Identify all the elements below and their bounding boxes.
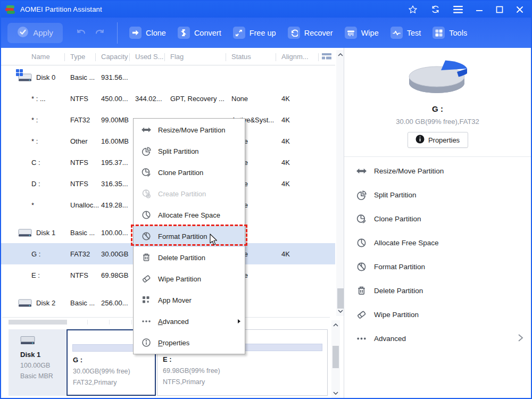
undo-icon[interactable] (76, 27, 87, 39)
row-capacity: 419.28... (101, 201, 135, 209)
column-header-used[interactable]: Used S... (135, 53, 170, 61)
disk-type: Basic MBR (20, 372, 66, 380)
row-capacity: 16.00MB (101, 137, 135, 145)
scroll-up-icon[interactable] (331, 321, 340, 329)
sidebar-item-format[interactable]: Format Partition (344, 255, 531, 279)
menu-item-split[interactable]: Split Partition (134, 140, 245, 162)
menu-item-wipe[interactable]: Wipe Partition (134, 268, 245, 289)
row-type: Basic ... (70, 229, 101, 237)
info-icon (415, 135, 425, 145)
menu-item-advanced[interactable]: Advanced (134, 311, 245, 332)
row-name: D : (31, 180, 40, 188)
refresh-icon[interactable] (430, 4, 440, 14)
table-row-disk0[interactable]: Disk 0 Basic ... 931.56... (1, 66, 335, 88)
favorite-star-icon[interactable] (408, 5, 418, 14)
convert-button[interactable]: Convert (178, 27, 221, 39)
row-type: Basic ... (70, 73, 101, 81)
sidebar-item-split[interactable]: Split Partition (344, 183, 531, 207)
test-button[interactable]: Test (390, 27, 421, 39)
row-name: * : (31, 137, 38, 145)
test-label: Test (407, 29, 421, 37)
row-capacity: 100.00... (101, 229, 135, 237)
close-icon[interactable] (516, 6, 523, 13)
properties-label: Properties (428, 136, 460, 144)
disk-size: 100.00GB (20, 362, 66, 369)
row-name: * : (31, 116, 38, 124)
menu-item-clone[interactable]: Clone Partition (134, 162, 245, 183)
column-header-flag[interactable]: Flag (170, 53, 231, 61)
sidebar: G : 30.00 GB(99% free),FAT32 Properties … (344, 48, 531, 398)
scroll-down-icon[interactable] (331, 389, 340, 397)
scrollbar-thumb[interactable] (337, 288, 344, 309)
properties-button[interactable]: Properties (408, 132, 468, 148)
row-used: 344.02... (135, 95, 170, 103)
column-header-type[interactable]: Type (70, 53, 101, 61)
column-header-name[interactable]: Name (1, 53, 70, 61)
menu-item-allocate[interactable]: Allocate Free Space (134, 204, 245, 226)
sidebar-item-clone[interactable]: Clone Partition (344, 207, 531, 231)
sidebar-item-resize-move[interactable]: Resize/Move Partition (344, 159, 531, 183)
maximize-icon[interactable] (496, 6, 503, 13)
system-disk-icon (18, 72, 32, 82)
clone-button[interactable]: Clone (129, 27, 166, 39)
sidebar-item-wipe[interactable]: Wipe Partition (344, 303, 531, 327)
row-name: Disk 1 (36, 229, 55, 237)
partition-name: E : (163, 355, 327, 363)
scrollbar-thumb[interactable] (9, 320, 67, 325)
free-up-button[interactable]: Free up (233, 27, 276, 39)
submenu-arrow-icon (238, 319, 240, 323)
redo-icon[interactable] (94, 27, 105, 39)
recover-button[interactable]: Recover (288, 27, 333, 39)
row-name: C : (31, 159, 40, 167)
row-alignment: 4K (281, 137, 324, 145)
row-type: Other (70, 137, 101, 145)
table-row-recovery[interactable]: * : ... NTFS 450.00... 344.02... GPT, Re… (1, 88, 335, 109)
row-type: Unalloc... (70, 201, 101, 209)
row-type: NTFS (70, 271, 101, 279)
menu-item-create[interactable]: Create Partition (134, 183, 245, 204)
sidebar-divider (344, 156, 531, 157)
sidebar-item-delete[interactable]: Delete Partition (344, 279, 531, 303)
menu-item-format[interactable]: Format Partition (134, 226, 245, 247)
disk1-info-block[interactable]: Disk 1 100.00GB Basic MBR (9, 329, 66, 396)
row-name: E : (31, 271, 40, 279)
selected-partition-info: 30.00 GB(99% free),FAT32 (344, 118, 531, 126)
hamburger-menu-icon[interactable] (453, 6, 463, 13)
app-mover-icon (141, 295, 152, 305)
context-menu: Resize/Move Partition Split Partition Cl… (133, 118, 245, 354)
column-header-status[interactable]: Status (231, 53, 281, 61)
convert-label: Convert (194, 29, 221, 37)
sidebar-item-allocate[interactable]: Allocate Free Space (344, 231, 531, 255)
row-type: Basic ... (70, 299, 101, 307)
sidebar-item-advanced[interactable]: Advanced (344, 327, 531, 351)
row-capacity: 256.00... (101, 299, 135, 307)
allocate-free-space-icon (141, 210, 152, 220)
column-header-alignment[interactable]: Alignm... (281, 53, 324, 61)
disk-icon (18, 228, 32, 237)
row-type: NTFS (70, 159, 101, 167)
row-capacity: 931.56... (101, 73, 135, 81)
panel-scrollbar[interactable] (331, 320, 340, 398)
column-header-capacity[interactable]: Capacity (101, 53, 135, 61)
column-settings-icon[interactable] (321, 52, 332, 62)
menu-item-app-mover[interactable]: App Mover (134, 289, 245, 311)
apply-button[interactable]: Apply (7, 23, 63, 43)
menu-item-properties[interactable]: Properties (134, 332, 245, 353)
tools-button[interactable]: Tools (433, 27, 467, 39)
tools-label: Tools (449, 29, 467, 37)
menu-item-resize-move[interactable]: Resize/Move Partition (134, 119, 245, 140)
disk-name: Disk 1 (20, 351, 66, 359)
table-header: Name Type Capacity Used S... Flag Status… (1, 48, 335, 65)
scrollbar-thumb[interactable] (332, 346, 339, 368)
delete-partition-icon (356, 285, 367, 296)
wipe-button[interactable]: Wipe (345, 27, 379, 39)
tools-icon (433, 27, 445, 39)
partition-info: 69.98GB(99% free) (163, 367, 327, 375)
minimize-icon[interactable] (476, 6, 483, 13)
wipe-partition-icon (356, 309, 367, 320)
toolbar-divider (117, 22, 118, 44)
menu-item-delete[interactable]: Delete Partition (134, 247, 245, 268)
split-partition-icon (141, 146, 152, 156)
advanced-icon (356, 333, 367, 344)
delete-partition-icon (141, 252, 152, 263)
